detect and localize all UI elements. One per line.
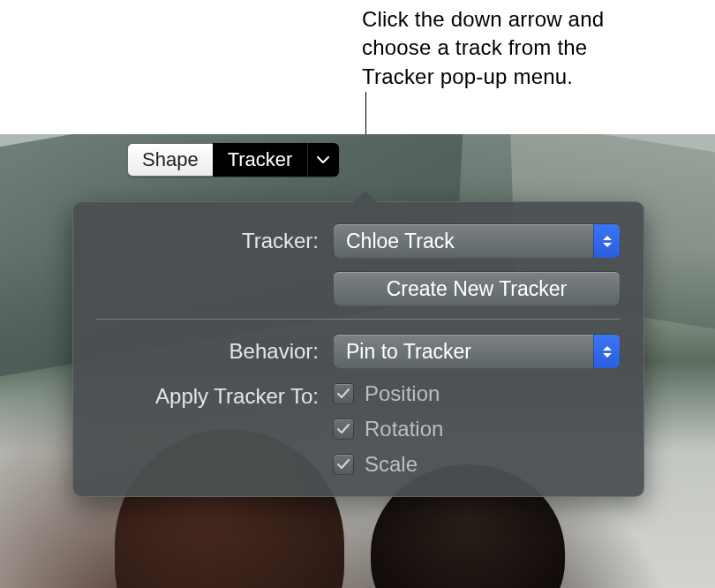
behavior-select[interactable]: Pin to Tracker [333,334,621,369]
tab-label: Tracker [228,148,293,171]
tracker-menu-disclosure-button[interactable] [307,143,339,177]
create-new-tracker-button[interactable]: Create New Tracker [333,271,621,306]
position-checkbox[interactable] [333,383,354,404]
hud-tab-bar: Shape Tracker [127,143,339,177]
behavior-select-value: Pin to Tracker [346,340,471,364]
rotation-checkbox[interactable] [333,418,354,440]
button-label: Create New Tracker [387,277,568,301]
position-checkbox-label: Position [365,381,440,406]
scale-checkbox[interactable] [333,454,354,475]
check-icon [337,459,350,470]
apply-tracker-to-label: Apply Tracker To: [96,381,333,409]
behavior-field-label: Behavior: [96,339,333,364]
rotation-checkbox-label: Rotation [365,417,443,441]
select-stepper-icon [593,335,620,368]
tracker-popover: Tracker: Chloe Track Create New Tracker … [72,201,644,497]
tracker-field-label: Tracker: [96,229,333,253]
tracker-select[interactable]: Chloe Track [333,223,621,259]
check-icon [337,424,350,434]
check-icon [337,388,350,399]
select-stepper-icon [593,224,620,258]
callout-text: Click the down arrow and choose a track … [362,5,662,91]
divider [96,319,621,320]
chevron-down-icon [317,155,329,164]
tab-label: Shape [142,148,199,171]
scale-checkbox-label: Scale [365,452,418,477]
tab-tracker[interactable]: Tracker [213,143,308,177]
tracker-select-value: Chloe Track [346,230,455,253]
tab-shape[interactable]: Shape [127,143,213,177]
